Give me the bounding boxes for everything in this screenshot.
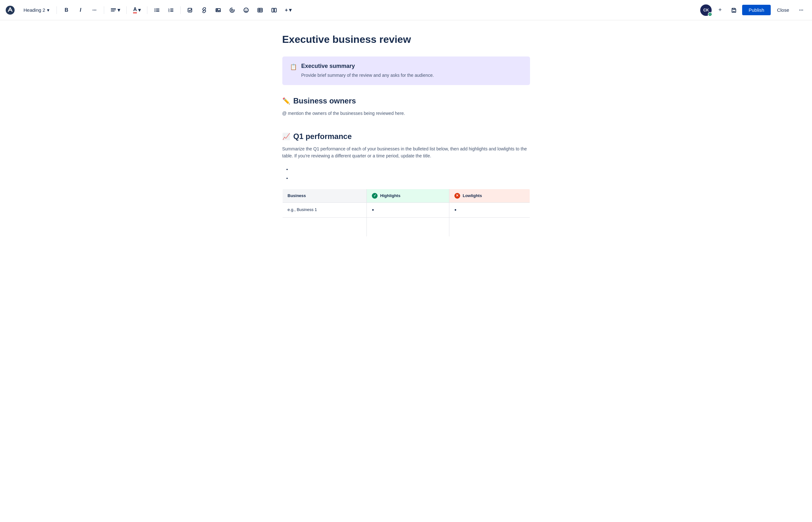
callout-icon: 📋: [290, 63, 297, 71]
table-header-row: Business ✓ Highlights ✕ Lowlights: [282, 189, 530, 202]
th-highlights-label: Highlights: [380, 193, 401, 198]
avatar-badge: C: [708, 12, 712, 17]
svg-rect-28: [274, 8, 276, 12]
td-highlights-1[interactable]: [367, 202, 449, 217]
italic-button[interactable]: I: [75, 4, 86, 16]
text-color-chevron-icon: ▾: [138, 7, 141, 13]
heading-chevron-icon: ▾: [47, 7, 50, 13]
ordered-list-button[interactable]: 1. 2. 3.: [165, 4, 177, 16]
add-collaborator-button[interactable]: +: [714, 4, 726, 16]
th-highlights: ✓ Highlights: [367, 189, 449, 202]
align-chevron-icon: ▾: [117, 7, 120, 13]
more-options-button[interactable]: ···: [795, 4, 807, 16]
task-list-button[interactable]: [185, 4, 196, 16]
q1-bullet-list: [282, 165, 530, 182]
toolbar: Heading 2 ▾ B I ··· ▾ A ▾: [0, 0, 812, 20]
mention-button[interactable]: [227, 4, 238, 16]
highlight-bullet-1: [372, 208, 374, 213]
divider-5: [180, 6, 181, 14]
svg-point-19: [231, 9, 233, 11]
table-button[interactable]: [254, 4, 266, 16]
th-business-label: Business: [288, 193, 306, 198]
publish-button[interactable]: Publish: [742, 5, 770, 15]
add-collaborator-icon: +: [718, 7, 722, 13]
divider-4: [147, 6, 147, 14]
td-business-1[interactable]: e.g., Business 1: [282, 202, 367, 217]
th-lowlights-label: Lowlights: [463, 193, 482, 198]
app-logo[interactable]: [5, 5, 15, 15]
divider-1: [57, 6, 57, 14]
q1-performance-text[interactable]: Summarize the Q1 performance of each of …: [282, 145, 530, 160]
emoji-button[interactable]: [240, 4, 252, 16]
q1-performance-heading[interactable]: 📈 Q1 performance: [282, 132, 530, 141]
highlights-status-icon: ✓: [372, 193, 378, 199]
q1-performance-table: Business ✓ Highlights ✕ Lowlights: [282, 189, 530, 237]
avatar-initials: CK: [703, 8, 709, 13]
business-owners-text[interactable]: @ mention the owners of the businesses b…: [282, 110, 530, 117]
svg-point-4: [154, 8, 155, 9]
svg-point-5: [154, 9, 155, 11]
content-area: Executive business review 📋 Executive su…: [263, 20, 549, 277]
text-color-button[interactable]: A ▾: [131, 4, 143, 16]
td-business-2[interactable]: [282, 217, 367, 236]
business-owners-icon: ✏️: [282, 97, 290, 105]
business-owners-heading[interactable]: ✏️ Business owners: [282, 97, 530, 105]
callout-content: Executive summary Provide brief summary …: [302, 63, 522, 79]
bullet-list-icon: [154, 7, 160, 13]
section-business-owners: ✏️ Business owners @ mention the owners …: [282, 97, 530, 117]
layout-button[interactable]: [268, 4, 280, 16]
lowlights-status-icon: ✕: [455, 193, 460, 199]
align-button[interactable]: ▾: [108, 4, 122, 16]
align-icon: [111, 7, 116, 13]
insert-button[interactable]: + ▾: [282, 4, 294, 16]
toolbar-right: CK C + Publish Close ···: [700, 4, 807, 16]
svg-point-22: [247, 9, 247, 10]
ordered-list-icon: 1. 2. 3.: [168, 7, 174, 13]
bold-button[interactable]: B: [61, 4, 72, 16]
insert-chevron-icon: ▾: [289, 7, 291, 13]
text-color-icon: A: [133, 7, 137, 13]
table-row: e.g., Business 1: [282, 202, 530, 217]
table-row: [282, 217, 530, 236]
callout-text[interactable]: Provide brief summary of the review and …: [302, 72, 522, 79]
close-button[interactable]: Close: [773, 5, 793, 15]
avatar[interactable]: CK C: [700, 4, 712, 16]
svg-point-20: [244, 8, 248, 13]
divider-3: [127, 6, 127, 14]
more-options-icon: ···: [799, 7, 803, 13]
svg-text:3.: 3.: [168, 11, 170, 13]
save-draft-button[interactable]: [728, 4, 740, 16]
image-button[interactable]: [212, 4, 224, 16]
image-icon: [215, 7, 221, 13]
heading-selector[interactable]: Heading 2 ▾: [20, 5, 53, 15]
svg-point-21: [245, 9, 246, 10]
callout-title[interactable]: Executive summary: [302, 63, 522, 69]
insert-plus-icon: +: [285, 7, 288, 13]
svg-rect-16: [188, 8, 192, 12]
task-list-icon: [187, 7, 193, 13]
section-q1-performance: 📈 Q1 performance Summarize the Q1 perfor…: [282, 132, 530, 237]
th-business: Business: [282, 189, 367, 202]
table-header: Business ✓ Highlights ✕ Lowlights: [282, 189, 530, 202]
bullet-list-button[interactable]: [151, 4, 162, 16]
emoji-icon: [243, 7, 249, 13]
list-item[interactable]: [291, 174, 530, 182]
td-lowlights-2[interactable]: [449, 217, 530, 236]
heading-selector-label: Heading 2: [23, 7, 45, 13]
divider-2: [104, 6, 104, 14]
td-lowlights-1[interactable]: [449, 202, 530, 217]
layout-icon: [271, 7, 277, 13]
td-highlights-2[interactable]: [367, 217, 449, 236]
svg-point-6: [154, 11, 155, 12]
mention-icon: [229, 7, 235, 13]
table-body: e.g., Business 1: [282, 202, 530, 236]
more-format-button[interactable]: ···: [89, 4, 100, 16]
more-format-icon: ···: [92, 7, 97, 13]
page-title[interactable]: Executive business review: [282, 33, 530, 46]
lowlight-bullet-1: [455, 208, 456, 213]
th-lowlights: ✕ Lowlights: [449, 189, 530, 202]
link-button[interactable]: [198, 4, 210, 16]
list-item[interactable]: [291, 165, 530, 174]
svg-rect-27: [272, 8, 274, 12]
callout-executive-summary: 📋 Executive summary Provide brief summar…: [282, 57, 530, 85]
